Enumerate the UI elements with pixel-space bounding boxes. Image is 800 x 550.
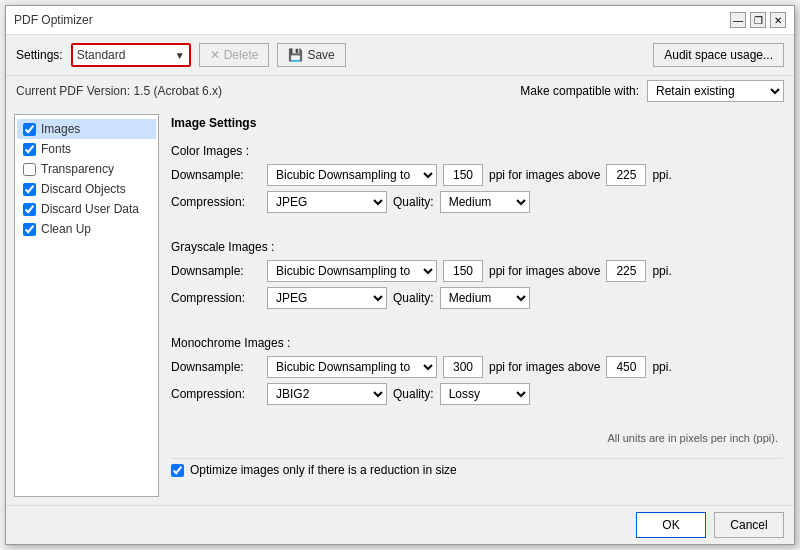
monochrome-images-section: Monochrome Images : Downsample: Bicubic … [171,336,782,410]
chevron-down-icon: ▼ [175,50,185,61]
gray-downsample-label: Downsample: [171,264,261,278]
images-label: Images [41,122,80,136]
optimize-row: Optimize images only if there is a reduc… [171,458,782,481]
color-compression-label: Compression: [171,195,261,209]
close-button[interactable]: ✕ [770,12,786,28]
grayscale-images-label: Grayscale Images : [171,240,782,254]
info-bar: Current PDF Version: 1.5 (Acrobat 6.x) M… [6,76,794,106]
sidebar-item-images[interactable]: Images [17,119,156,139]
optimize-checkbox[interactable] [171,464,184,477]
images-checkbox[interactable] [23,123,36,136]
clean-up-label: Clean Up [41,222,91,236]
color-quality-select[interactable]: Minimum Low Medium High Maximum [440,191,530,213]
mono-ppi-unit: ppi. [652,360,671,374]
gray-compression-select[interactable]: JPEG JPEG2000 ZIP None [267,287,387,309]
color-quality-label: Quality: [393,195,434,209]
gray-downsample-ppi-input[interactable] [443,260,483,282]
discard-objects-label: Discard Objects [41,182,126,196]
title-bar: PDF Optimizer — ❐ ✕ [6,6,794,35]
delete-icon: ✕ [210,48,220,62]
save-icon: 💾 [288,48,303,62]
sidebar-item-clean-up[interactable]: Clean Up [17,219,156,239]
sidebar-item-discard-objects[interactable]: Discard Objects [17,179,156,199]
settings-label: Settings: [16,48,63,62]
mono-downsample-row: Downsample: Bicubic Downsampling to Off … [171,356,782,378]
gray-compression-label: Compression: [171,291,261,305]
color-downsample-row: Downsample: Bicubic Downsampling to Off … [171,164,782,186]
fonts-checkbox[interactable] [23,143,36,156]
discard-user-data-checkbox[interactable] [23,203,36,216]
gray-ppi-unit: ppi. [652,264,671,278]
toolbar: Settings: Standard ▼ ✕ Delete 💾 Save Aud… [6,35,794,76]
clean-up-checkbox[interactable] [23,223,36,236]
dialog-footer: OK Cancel [6,505,794,544]
delete-button[interactable]: ✕ Delete [199,43,270,67]
color-downsample-label: Downsample: [171,168,261,182]
main-content: Images Fonts Transparency Discard Object… [6,106,794,505]
gray-compression-row: Compression: JPEG JPEG2000 ZIP None Qual… [171,287,782,309]
current-version: Current PDF Version: 1.5 (Acrobat 6.x) [16,84,222,98]
gray-downsample-row: Downsample: Bicubic Downsampling to Off … [171,260,782,282]
gray-above-ppi-input[interactable] [606,260,646,282]
gray-quality-select[interactable]: Minimum Low Medium High Maximum [440,287,530,309]
discard-objects-checkbox[interactable] [23,183,36,196]
ok-button[interactable]: OK [636,512,706,538]
mono-above-label: ppi for images above [489,360,600,374]
transparency-checkbox[interactable] [23,163,36,176]
dialog-title: PDF Optimizer [14,13,93,27]
gray-downsample-select[interactable]: Bicubic Downsampling to Off Average Down… [267,260,437,282]
fonts-label: Fonts [41,142,71,156]
mono-downsample-select[interactable]: Bicubic Downsampling to Off Average Down… [267,356,437,378]
color-ppi-unit: ppi. [652,168,671,182]
mono-downsample-label: Downsample: [171,360,261,374]
color-above-ppi-input[interactable] [606,164,646,186]
compat-label: Make compatible with: [520,84,639,98]
compat-dropdown[interactable]: Retain existing Acrobat 4 (PDF 1.3) Acro… [647,80,784,102]
window-controls: — ❐ ✕ [730,12,786,28]
save-button[interactable]: 💾 Save [277,43,345,67]
transparency-label: Transparency [41,162,114,176]
mono-compression-label: Compression: [171,387,261,401]
color-downsample-ppi-input[interactable] [443,164,483,186]
gray-above-label: ppi for images above [489,264,600,278]
mono-compression-row: Compression: JBIG2 CCITT Group 4 ZIP Non… [171,383,782,405]
image-settings-title: Image Settings [171,116,782,130]
color-images-label: Color Images : [171,144,782,158]
pdf-optimizer-dialog: PDF Optimizer — ❐ ✕ Settings: Standard ▼… [5,5,795,545]
sidebar-item-fonts[interactable]: Fonts [17,139,156,159]
right-panel: Image Settings Color Images : Downsample… [167,114,786,497]
mono-downsample-ppi-input[interactable] [443,356,483,378]
mono-quality-label: Quality: [393,387,434,401]
optimize-label: Optimize images only if there is a reduc… [190,463,457,477]
color-above-label: ppi for images above [489,168,600,182]
color-images-section: Color Images : Downsample: Bicubic Downs… [171,144,782,218]
settings-value: Standard [77,48,126,62]
color-compression-select[interactable]: JPEG JPEG2000 ZIP None [267,191,387,213]
minimize-button[interactable]: — [730,12,746,28]
gray-quality-label: Quality: [393,291,434,305]
color-downsample-select[interactable]: Bicubic Downsampling to Off Average Down… [267,164,437,186]
ppi-note: All units are in pixels per inch (ppi). [171,432,782,444]
color-compression-row: Compression: JPEG JPEG2000 ZIP None Qual… [171,191,782,213]
grayscale-images-section: Grayscale Images : Downsample: Bicubic D… [171,240,782,314]
left-panel: Images Fonts Transparency Discard Object… [14,114,159,497]
sidebar-item-transparency[interactable]: Transparency [17,159,156,179]
restore-button[interactable]: ❐ [750,12,766,28]
sidebar-item-discard-user-data[interactable]: Discard User Data [17,199,156,219]
settings-dropdown[interactable]: Standard ▼ [71,43,191,67]
cancel-button[interactable]: Cancel [714,512,784,538]
mono-above-ppi-input[interactable] [606,356,646,378]
mono-compression-select[interactable]: JBIG2 CCITT Group 4 ZIP None [267,383,387,405]
discard-user-data-label: Discard User Data [41,202,139,216]
audit-button[interactable]: Audit space usage... [653,43,784,67]
monochrome-images-label: Monochrome Images : [171,336,782,350]
mono-quality-select[interactable]: Lossy Lossless [440,383,530,405]
